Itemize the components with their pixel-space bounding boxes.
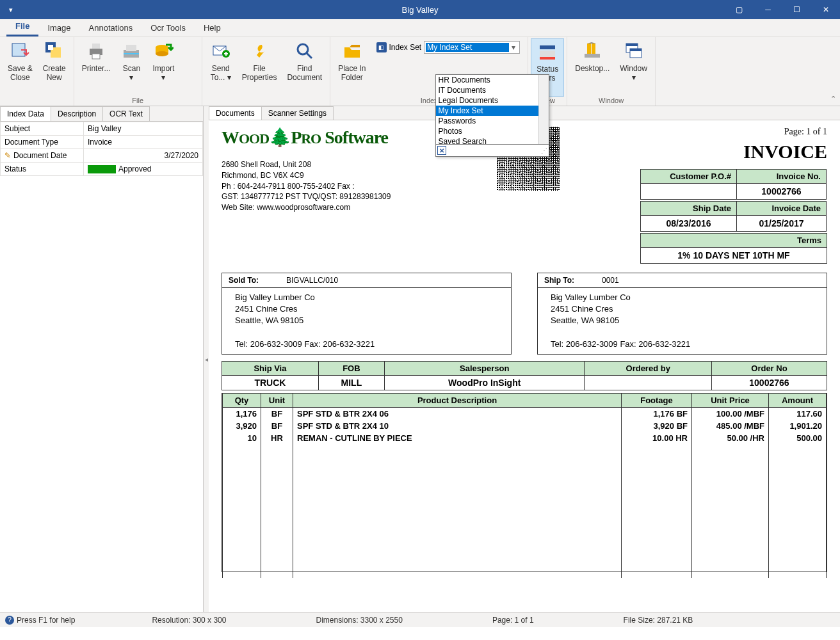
index-set-combo[interactable]: My Index Set ▾: [424, 41, 520, 54]
dropdown-option[interactable]: Passwords: [436, 116, 549, 126]
save-close-icon: [10, 41, 30, 61]
dropdown-option[interactable]: Legal Documents: [436, 95, 549, 106]
tab-description[interactable]: Description: [51, 106, 103, 121]
svg-rect-17: [540, 45, 555, 49]
chevron-down-icon: ▾: [509, 43, 518, 52]
window-button[interactable]: Window▾: [615, 38, 652, 97]
status-page: Page: 1 of 1: [492, 616, 534, 625]
dropdown-scrollbar[interactable]: [538, 75, 549, 144]
wrench-icon: [249, 41, 270, 61]
index-set-icon: ◧: [376, 42, 387, 52]
tab-documents[interactable]: Documents: [209, 106, 262, 120]
index-panel: Index Data Description OCR Text SubjectB…: [0, 106, 204, 612]
menu-bar: File Image Annotations Ocr Tools Help: [0, 19, 840, 37]
dropdown-option[interactable]: Photos: [436, 126, 549, 136]
dropdown-option-selected[interactable]: My Index Set: [436, 106, 549, 116]
svg-line-16: [307, 53, 312, 58]
tab-ocr-text[interactable]: OCR Text: [102, 106, 150, 121]
svg-rect-22: [592, 44, 595, 54]
svg-point-15: [298, 44, 308, 54]
svg-rect-20: [585, 54, 600, 58]
quick-access-dropdown-icon[interactable]: ▾: [5, 4, 17, 15]
window-icon: [624, 41, 644, 61]
svg-rect-19: [540, 57, 555, 60]
field-label: Document Type: [1, 136, 84, 149]
help-icon[interactable]: ?: [5, 616, 14, 625]
field-value[interactable]: 3/27/2020: [84, 149, 203, 163]
find-document-button[interactable]: FindDocument: [282, 38, 327, 104]
file-properties-button[interactable]: FileProperties: [237, 38, 282, 104]
index-set-dropdown: HR Documents IT Documents Legal Document…: [435, 74, 549, 157]
order-header-table: Ship ViaFOBSalespersonOrdered byOrder No…: [222, 361, 827, 390]
status-resolution: Resolution: 300 x 300: [152, 616, 226, 625]
field-value[interactable]: Big Valley: [84, 122, 203, 136]
pencil-icon: ✎: [4, 151, 11, 160]
sold-to-box: Sold To:BIGVALLC/010 Big Valley Lumber C…: [222, 273, 512, 355]
svg-point-12: [156, 51, 168, 56]
close-icon[interactable]: ✕: [811, 0, 840, 19]
ribbon-collapse-icon[interactable]: ⌃: [830, 95, 836, 103]
save-close-button[interactable]: Save &Close: [3, 38, 38, 104]
status-filesize: File Size: 287.21 KB: [624, 616, 693, 625]
field-value[interactable]: Approved: [84, 163, 203, 176]
tab-scanner-settings[interactable]: Scanner Settings: [261, 106, 334, 120]
window-title: Big Valley: [402, 5, 439, 15]
ribbon-group-window: Window: [570, 97, 652, 106]
document-viewer: WOOD🌲PRO Software 2680 Shell Road, Unit …: [209, 120, 840, 612]
line-items-table: QtyUnitProduct DescriptionFootageUnit Pr…: [222, 393, 827, 572]
ribbon-display-icon[interactable]: ▢: [725, 0, 754, 19]
splitter[interactable]: ◂: [204, 106, 209, 612]
desktop-button[interactable]: Desktop...: [570, 38, 615, 97]
field-label: ✎Document Date: [1, 149, 84, 163]
status-dimensions: Dimensions: 3300 x 2550: [316, 616, 402, 625]
field-label: Subject: [1, 122, 84, 136]
svg-rect-3: [48, 45, 53, 50]
index-set-label: Index Set: [389, 43, 422, 52]
company-address: 2680 Shell Road, Unit 208 Richmond, BC V…: [222, 159, 391, 213]
invoice-title: INVOICE: [640, 141, 827, 163]
company-logo: WOOD🌲PRO Software: [222, 127, 391, 148]
status-help: Press F1 for help: [17, 616, 75, 625]
tab-index-data[interactable]: Index Data: [0, 106, 51, 121]
printer-button[interactable]: Printer...: [77, 38, 116, 97]
scanner-icon: [121, 41, 141, 61]
dropdown-option[interactable]: Saved Search: [436, 136, 549, 144]
tab-ocr-tools[interactable]: Ocr Tools: [141, 19, 195, 36]
import-button[interactable]: Import▾: [147, 38, 179, 97]
dropdown-option[interactable]: HR Documents: [436, 75, 549, 85]
send-to-icon: [211, 41, 231, 61]
dropdown-clear-icon[interactable]: ✕: [437, 146, 446, 155]
status-bar: ?Press F1 for help Resolution: 300 x 300…: [0, 612, 840, 627]
import-icon: [153, 41, 174, 61]
svg-rect-5: [92, 44, 100, 49]
svg-rect-21: [587, 44, 591, 54]
index-grid: SubjectBig Valley Document TypeInvoice ✎…: [0, 122, 203, 176]
field-value[interactable]: Invoice: [84, 136, 203, 149]
svg-rect-26: [630, 49, 642, 51]
tab-help[interactable]: Help: [195, 19, 230, 36]
title-bar: ▾ Big Valley ▢ ─ ☐ ✕: [0, 0, 840, 19]
svg-rect-8: [126, 45, 136, 51]
scan-button[interactable]: Scan▾: [115, 38, 147, 97]
svg-rect-6: [92, 54, 100, 59]
send-to-button[interactable]: SendTo... ▾: [205, 38, 237, 104]
page-indicator: Page: 1 of 1: [640, 127, 827, 137]
resize-grip-icon[interactable]: ⋰: [541, 147, 547, 154]
ship-to-box: Ship To:0001 Big Valley Lumber Co2451 Ch…: [537, 273, 827, 355]
svg-rect-24: [626, 44, 638, 46]
folder-icon: [342, 41, 362, 61]
ribbon: Save &Close CreateNew Printer... Scan▾ I…: [0, 37, 840, 106]
ribbon-group-file: File: [77, 97, 199, 106]
create-new-button[interactable]: CreateNew: [38, 38, 71, 104]
dropdown-option[interactable]: IT Documents: [436, 85, 549, 95]
minimize-icon[interactable]: ─: [754, 0, 782, 19]
tab-image[interactable]: Image: [38, 19, 79, 36]
place-in-folder-button[interactable]: Place InFolder: [333, 38, 371, 97]
status-bars-icon: [537, 42, 558, 62]
field-label: Status: [1, 163, 84, 176]
tab-annotations[interactable]: Annotations: [80, 19, 142, 36]
maximize-icon[interactable]: ☐: [782, 0, 811, 19]
tab-file[interactable]: File: [6, 17, 38, 36]
search-icon: [295, 41, 315, 61]
desktop-icon: [582, 41, 602, 61]
